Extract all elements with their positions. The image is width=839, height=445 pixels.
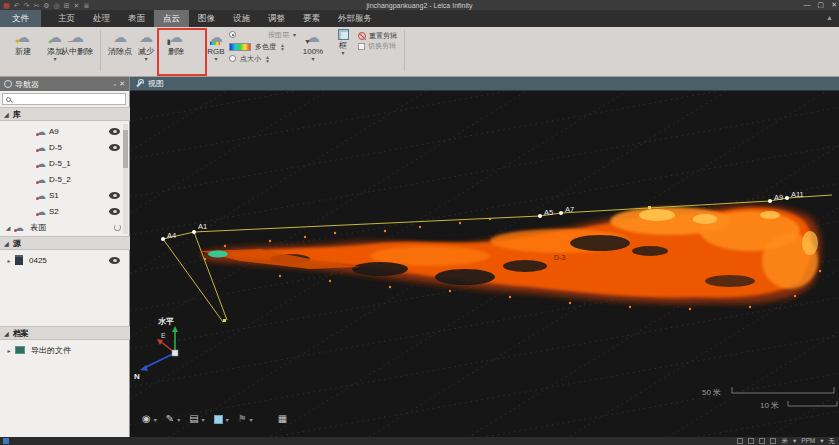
navigator-panel: 导航器 ▫ ✕ ◢ 库 ☁ A9 ☁ D-5 ☁ D-5_1 ☁ — [0, 77, 130, 437]
marker-dot[interactable] — [192, 230, 196, 234]
tab-imaging[interactable]: 图像 — [189, 10, 224, 27]
expand-icon[interactable]: ◢ — [5, 224, 11, 231]
visibility-eye-icon[interactable] — [109, 192, 120, 199]
window-title: jinchangpankuang2 - Leica Infinity — [0, 2, 839, 9]
loading-spinner-icon — [114, 224, 121, 231]
vertex-dot[interactable] — [223, 319, 226, 322]
edit-tool-button[interactable]: ✎▾ — [166, 413, 180, 425]
reset-clip-icon — [358, 32, 366, 40]
status-icon[interactable] — [770, 438, 776, 444]
grid-toggle-button[interactable]: ▦ — [278, 413, 287, 425]
reset-clip-button[interactable]: 重置剪辑 — [358, 31, 397, 41]
section-archive[interactable]: ◢ 档案 — [0, 326, 130, 340]
visibility-eye-icon[interactable] — [109, 257, 120, 264]
minimize-button[interactable]: — — [804, 0, 811, 10]
multicolor-stepper[interactable]: ▲▼ — [280, 43, 285, 51]
tab-point-clouds[interactable]: 点云 — [154, 10, 189, 27]
clear-points-button[interactable]: ☁ 清除点 — [104, 29, 136, 56]
tree-item-a9[interactable]: ☁ A9 — [0, 123, 130, 139]
marker-dot[interactable] — [538, 214, 542, 218]
section-library[interactable]: ◢ 库 — [0, 107, 130, 121]
power-status[interactable]: 无 — [829, 437, 836, 445]
title-bar: ▦ ↶ ↷ ✂ ⚙ ◎ ⊞ ✕ ≣ jinchangpankuang2 - Le… — [0, 0, 839, 10]
tab-home[interactable]: 主页 — [49, 10, 84, 27]
tab-processing[interactable]: 处理 — [84, 10, 119, 27]
tab-infrastructure[interactable]: 设施 — [224, 10, 259, 27]
chevron-down-icon[interactable]: ▾ — [293, 32, 296, 38]
density-percent-button[interactable]: ☁▼ 100% ▾ — [298, 29, 328, 62]
point-size-stepper[interactable]: ▲▼ — [265, 55, 270, 63]
section-source[interactable]: ◢ 源 — [0, 236, 130, 250]
new-pointcloud-button[interactable]: ☁✦ 新建 — [6, 29, 40, 56]
scale-50-label: 50 米 — [702, 388, 721, 397]
tree-item-s1[interactable]: ☁ S1 — [0, 187, 130, 203]
pointcloud-icon: ☁ — [36, 126, 46, 137]
flag-tool-button[interactable]: ⚑▾ — [238, 413, 253, 425]
tab-surfaces[interactable]: 表面 — [119, 10, 154, 27]
status-app-icon — [3, 438, 9, 444]
visibility-eye-icon[interactable] — [109, 208, 120, 215]
tree-item-d5-2[interactable]: ☁ D-5_2 — [0, 171, 130, 187]
slice-tool-button[interactable]: ▤▾ — [189, 413, 204, 425]
cube-icon — [214, 415, 223, 424]
collapse-ribbon-icon[interactable]: ▲ — [826, 14, 833, 21]
rgb-button[interactable]: ☁ RGB ▾ — [202, 29, 230, 62]
tree-item-0425[interactable]: ▸ 0425 — [0, 252, 130, 268]
toggle-clip-checkbox[interactable]: 切换剪辑 — [358, 41, 397, 51]
wrench-icon — [135, 79, 144, 88]
expand-icon[interactable]: ◢ — [4, 330, 9, 337]
cloud-delete-icon: ☁▮ — [169, 29, 183, 46]
navigator-scrollbar[interactable] — [123, 124, 128, 234]
marker-dot[interactable] — [559, 211, 563, 215]
tree-item-d5[interactable]: ☁ D-5 — [0, 139, 130, 155]
flag-icon: ⚑ — [238, 413, 247, 425]
expand-icon[interactable]: ◢ — [4, 111, 9, 118]
tree-item-d5-1[interactable]: ☁ D-5_1 — [0, 155, 130, 171]
3d-scene-canvas[interactable]: D-3 A4 A1 A5 A7 A9 — [130, 91, 839, 437]
view-cube-button[interactable]: ▾ — [214, 415, 229, 424]
remove-from-pointcloud-button[interactable]: ☁− 从中删除 — [56, 29, 98, 56]
tab-features[interactable]: 要素 — [294, 10, 329, 27]
maximize-button[interactable]: ▢ — [818, 0, 825, 10]
grid-icon: ▦ — [278, 413, 287, 425]
chevron-down-icon: ▾ — [311, 56, 314, 62]
visibility-eye-icon[interactable] — [109, 144, 120, 151]
status-icon[interactable] — [759, 438, 765, 444]
viewport-tab-label[interactable]: 视图 — [148, 78, 164, 89]
tab-external-services[interactable]: 外部服务 — [329, 10, 381, 27]
search-input[interactable] — [14, 94, 114, 104]
navigator-search — [2, 93, 126, 105]
orbit-tool-button[interactable]: ◉▾ — [142, 413, 157, 425]
marker-dot[interactable] — [161, 237, 165, 241]
reduce-button[interactable]: ☁ 减少 ▾ — [133, 29, 159, 62]
clip-box-button[interactable]: 框 ▾ — [332, 29, 354, 56]
marker-dot[interactable] — [768, 199, 772, 203]
viewport-tab-bar: 视图 — [130, 77, 839, 91]
point-size-radio[interactable] — [229, 55, 236, 62]
tree-node-surfaces[interactable]: ◢ ☁ 表面 — [0, 219, 130, 235]
expand-icon[interactable]: ◢ — [4, 240, 9, 247]
unit-selector[interactable]: 米 — [781, 437, 788, 445]
close-button[interactable]: ✕ — [831, 0, 837, 10]
visibility-eye-icon[interactable] — [109, 128, 120, 135]
status-icon[interactable] — [748, 438, 754, 444]
multicolor-gradient-icon[interactable] — [229, 43, 251, 51]
tree-item-exported-files[interactable]: ▸ 导出的文件 — [0, 342, 130, 358]
marker-dot[interactable] — [785, 196, 789, 200]
scale-10-label: 10 米 — [760, 401, 779, 410]
panel-pin-icon[interactable]: ▫ — [114, 81, 116, 88]
delete-button[interactable]: ☁▮ 删除 — [162, 29, 190, 56]
pointcloud-icon: ☁ — [36, 206, 46, 217]
tree-item-s2[interactable]: ☁ S2 — [0, 203, 130, 219]
by-layer-radio[interactable] — [229, 31, 236, 38]
exported-files-icon — [15, 346, 25, 354]
status-icon[interactable] — [737, 438, 743, 444]
vertex-dot[interactable] — [648, 206, 651, 209]
tab-file[interactable]: 文件 — [0, 10, 41, 27]
marker-label: A11 — [791, 190, 804, 199]
collapsed-icon[interactable]: ▸ — [6, 257, 12, 264]
collapsed-icon[interactable]: ▸ — [6, 347, 12, 354]
ppm-selector[interactable]: PPM — [801, 437, 815, 445]
tab-adjustments[interactable]: 调整 — [259, 10, 294, 27]
panel-close-icon[interactable]: ✕ — [119, 80, 125, 88]
